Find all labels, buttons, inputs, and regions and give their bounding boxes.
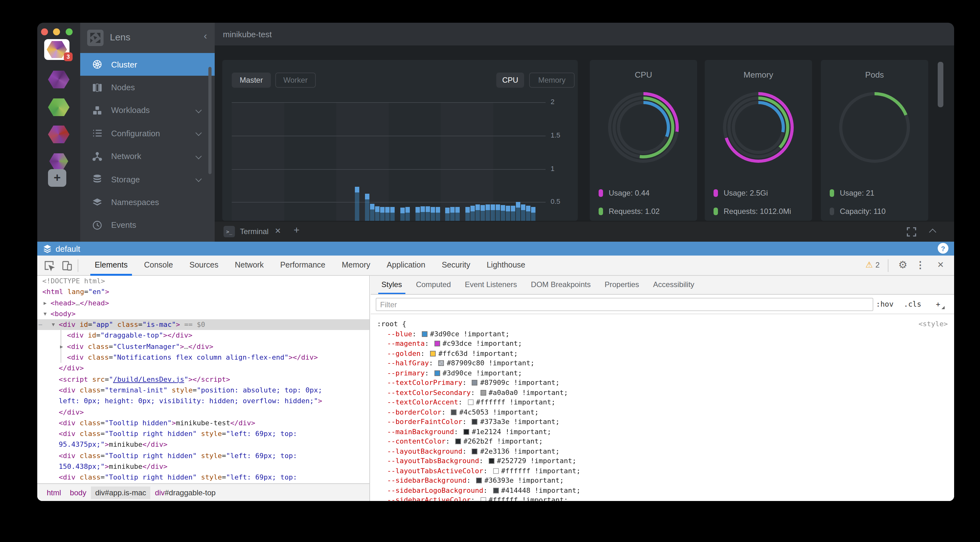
color-swatch[interactable] [434, 370, 440, 376]
window-zoom-button[interactable] [65, 29, 72, 35]
breadcrumb-item[interactable]: div#app.is-mac [91, 486, 150, 499]
sidebar-item-storage[interactable]: Storage [80, 168, 215, 191]
window-minimize-button[interactable] [53, 29, 60, 35]
css-property-row[interactable]: --primary: #3d90ce !important; [371, 368, 954, 378]
dom-tree-line[interactable]: <!DOCTYPE html> [37, 276, 369, 287]
css-property-row[interactable]: --sidebarLogoBackground: #414448 !import… [371, 485, 954, 495]
styles-tab-styles[interactable]: Styles [374, 276, 409, 294]
dom-tree-line[interactable]: ▶<head>…</head> [37, 298, 369, 309]
sidebar-scrollbar[interactable] [208, 67, 212, 174]
styles-tab-dom-breakpoints[interactable]: DOM Breakpoints [524, 276, 598, 294]
styles-tab-event-listeners[interactable]: Event Listeners [458, 276, 524, 294]
tab-sources[interactable]: Sources [181, 255, 227, 276]
styles-tab-computed[interactable]: Computed [409, 276, 458, 294]
dom-tree-line[interactable]: </div> [37, 363, 369, 374]
devtools-close-icon[interactable]: ✕ [937, 260, 944, 269]
terminal-tab[interactable]: Terminal [240, 227, 269, 236]
color-swatch[interactable] [463, 429, 469, 434]
dom-tree-line[interactable]: <div class="Tooltip right hidden" style=… [37, 472, 369, 483]
namespace-label[interactable]: default [56, 244, 80, 254]
dom-tree-line[interactable]: <div class="Notifications flex column al… [37, 352, 369, 363]
color-swatch[interactable] [468, 399, 474, 405]
breadcrumb-item[interactable]: div#draggable-top [151, 486, 220, 499]
color-swatch[interactable] [480, 497, 486, 501]
expander-open-icon[interactable]: ▼ [44, 309, 47, 320]
color-swatch[interactable] [493, 487, 498, 493]
color-swatch[interactable] [434, 341, 440, 346]
css-property-row[interactable]: --sidebarActiveColor: #ffffff !important… [371, 495, 954, 501]
expander-open-icon[interactable]: ▼ [52, 319, 55, 330]
css-property-row[interactable]: --borderFaintColor: #373a3e !important; [371, 417, 954, 427]
dom-tree-line[interactable]: <div class="Tooltip hidden">minikube-tes… [37, 418, 369, 429]
new-style-rule-button[interactable]: + [936, 300, 940, 309]
inspect-element-icon[interactable] [44, 260, 55, 271]
color-swatch[interactable] [480, 390, 486, 395]
css-property-row[interactable]: --mainBackground: #1e2124 !important; [371, 427, 954, 437]
sidebar-item-network[interactable]: Network [80, 145, 215, 168]
dom-tree-line[interactable]: <html lang="en"> [37, 287, 369, 298]
dom-tree-line[interactable]: <div class="Tooltip right hidden" style=… [37, 428, 369, 439]
tab-application[interactable]: Application [379, 255, 433, 276]
css-property-row[interactable]: --contentColor: #262b2f !important; [371, 437, 954, 446]
styles-tab-properties[interactable]: Properties [598, 276, 646, 294]
dom-tree-line[interactable]: <div class="Tooltip right hidden" style=… [37, 450, 369, 461]
tab-lighthouse[interactable]: Lighthouse [478, 255, 533, 276]
tab-network[interactable]: Network [227, 255, 272, 276]
dom-tree-line[interactable]: <script src="/build/LensDev.js"></script… [37, 374, 369, 385]
color-swatch[interactable] [476, 478, 482, 483]
add-cluster-button[interactable]: + [48, 169, 66, 187]
tab-memory[interactable]: Memory [334, 255, 379, 276]
dom-tree-line[interactable]: ▶<div class="ClusterManager">…</div> [37, 341, 369, 352]
color-swatch[interactable] [439, 360, 444, 366]
dom-tree-line[interactable]: 95.4375px;">minikube</div> [37, 439, 369, 450]
color-swatch[interactable] [472, 448, 478, 454]
css-property-row[interactable]: --blue: #3d90ce !important; [371, 329, 954, 339]
sidebar-item-namespaces[interactable]: Namespaces [80, 191, 215, 214]
dom-tree-line[interactable]: <div id="draggable-top"></div> [37, 330, 369, 341]
tab-security[interactable]: Security [433, 255, 478, 276]
color-swatch[interactable] [472, 419, 478, 425]
css-property-row[interactable]: --textColorPrimary: #87909c !important; [371, 378, 954, 388]
node-tab-worker[interactable]: Worker [275, 73, 316, 88]
cluster-icon-2[interactable] [48, 71, 70, 88]
color-swatch[interactable] [430, 350, 436, 356]
css-property-row[interactable]: --magenta: #c93dce !important; [371, 339, 954, 349]
css-property-row[interactable]: --layoutTabsBackground: #252729 !importa… [371, 456, 954, 466]
breadcrumb-item[interactable]: html [42, 486, 65, 499]
dom-tree-line[interactable]: left: 0px; height: 0px; visibility: hidd… [37, 396, 369, 407]
dom-tree-line[interactable]: </div> [37, 407, 369, 418]
metric-tab-memory[interactable]: Memory [529, 73, 574, 88]
cluster-icon-5[interactable] [49, 153, 68, 169]
tab-elements[interactable]: Elements [86, 255, 136, 276]
window-close-button[interactable] [41, 29, 48, 35]
breadcrumb-item[interactable]: body [65, 486, 91, 499]
dom-tree-line[interactable]: 150.438px;">minikube</div> [37, 461, 369, 472]
styles-filter-input[interactable] [376, 298, 873, 311]
css-property-row[interactable]: --textColorSecondary: #a0a0a0 !important… [371, 388, 954, 398]
color-swatch[interactable] [422, 331, 428, 337]
help-button[interactable]: ? [938, 243, 948, 254]
content-scrollbar[interactable] [938, 62, 943, 107]
css-property-row[interactable]: --golden: #ffc63d !important; [371, 349, 954, 358]
elements-tree[interactable]: <!DOCTYPE html><html lang="en">▶<head>…<… [37, 276, 370, 483]
css-property-row[interactable]: --layoutBackground: #2e3136 !important; [371, 446, 954, 456]
cluster-icon-3[interactable] [48, 98, 70, 116]
class-toggle[interactable]: .cls [904, 300, 921, 309]
terminal-add-button[interactable]: + [294, 225, 300, 236]
warning-indicator[interactable]: ⚠ 2 [865, 260, 880, 269]
dock-expand-icon[interactable] [907, 227, 916, 237]
node-tab-master[interactable]: Master [232, 73, 271, 88]
pseudo-state-toggle[interactable]: :hov [876, 300, 894, 309]
color-swatch[interactable] [451, 409, 457, 415]
color-swatch[interactable] [493, 468, 498, 474]
sidebar-collapse-button[interactable]: ‹ [204, 30, 207, 42]
css-property-row[interactable]: --sidebarBackground: #36393e !important; [371, 476, 954, 485]
dom-tree-line[interactable]: <div class="terminal-init" style="positi… [37, 385, 369, 396]
styles-rules[interactable]: :root { <style> --blue: #3d90ce !importa… [371, 314, 954, 501]
sidebar-item-events[interactable]: Events [80, 214, 215, 237]
tab-performance[interactable]: Performance [272, 255, 333, 276]
tab-console[interactable]: Console [136, 255, 181, 276]
metric-tab-cpu[interactable]: CPU [496, 73, 524, 88]
dom-tree-line[interactable]: ▼<body> [37, 309, 369, 320]
expander-closed-icon[interactable]: ▶ [60, 341, 63, 352]
